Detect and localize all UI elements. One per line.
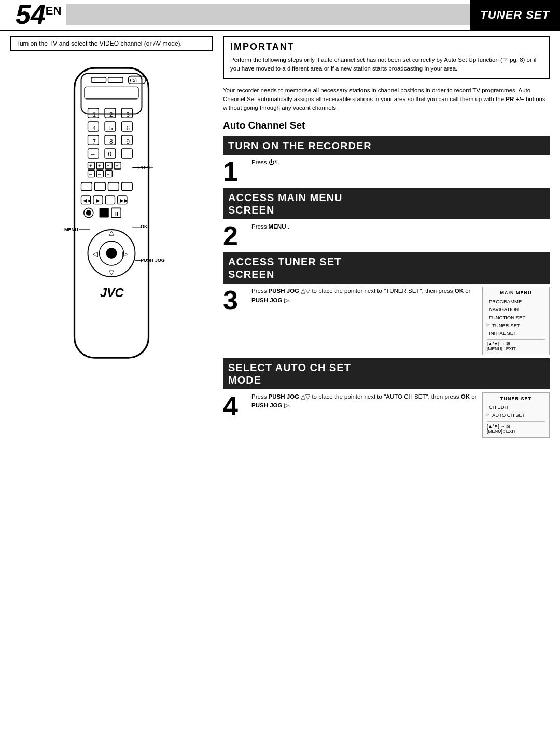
svg-text:8: 8 — [109, 138, 113, 145]
step-4-content: Press PUSH JOG △▽ to place the pointer n… — [251, 391, 550, 437]
svg-rect-29 — [122, 149, 133, 158]
svg-rect-48 — [108, 182, 119, 191]
section-title: TUNER SET — [470, 0, 560, 30]
step-1: TURN ON THE RECORDER 1 Press ⏻/I. — [223, 136, 550, 185]
step-4-title: SELECT AUTO CH SETMODE — [223, 359, 550, 388]
svg-rect-49 — [122, 182, 133, 191]
svg-text:⏻/I: ⏻/I — [130, 78, 137, 83]
left-column: Turn on the TV and select the VIDEO chan… — [0, 36, 218, 441]
step-2-number: 2 — [223, 221, 251, 249]
remote-control-image: ⏻/I 1 2 3 4 5 6 7 — [44, 61, 179, 412]
svg-text:◁: ◁ — [93, 250, 98, 258]
svg-text:–: – — [89, 172, 92, 177]
step-1-content: Press ⏻/I. — [251, 157, 550, 169]
svg-text:▶: ▶ — [96, 198, 100, 203]
svg-text:5: 5 — [109, 124, 113, 131]
step-1-desc: Press ⏻/I. — [251, 158, 550, 167]
step-4-menu-item-1: CH EDIT — [487, 403, 545, 411]
step-2-desc: Press MENU . — [251, 222, 550, 231]
step-4-block: SELECT AUTO CH SETMODE — [223, 358, 550, 389]
svg-text:0: 0 — [108, 150, 112, 157]
svg-text:⏸: ⏸ — [114, 210, 120, 217]
step-3-row: 3 Press PUSH JOG △▽ to place the pointer… — [223, 286, 550, 355]
step-4-inner: Press PUSH JOG △▽ to place the pointer n… — [251, 392, 550, 437]
svg-rect-54 — [105, 196, 115, 204]
svg-text:▶▶: ▶▶ — [120, 198, 128, 203]
svg-text:–: – — [91, 150, 95, 157]
step-3-menu-item-1: PROGRAMME NAVIGATION — [487, 298, 545, 313]
recorder-info: Your recorder needs to memorise all nece… — [223, 86, 550, 113]
step-1-row: 1 Press ⏻/I. — [223, 157, 550, 185]
step-1-title: TURN ON THE RECORDER — [223, 137, 550, 154]
step-1-number: 1 — [223, 157, 251, 185]
svg-text:PUSH JOG: PUSH JOG — [141, 258, 165, 263]
auto-channel-set-heading: Auto Channel Set — [223, 120, 550, 131]
svg-text:◀◀: ◀◀ — [83, 198, 91, 203]
svg-text:1: 1 — [93, 111, 96, 118]
svg-text:MENU: MENU — [64, 227, 78, 232]
svg-text:–: – — [98, 172, 101, 177]
step-3-inner: Press PUSH JOG △▽ to place the pointer n… — [251, 287, 550, 355]
step-4-menu-nav: [▲/▼] → ⊠[MENU] : EXIT — [487, 421, 545, 434]
step-2-title: ACCESS MAIN MENUSCREEN — [223, 189, 550, 218]
step-3-menu-item-2: FUNCTION SET — [487, 314, 545, 321]
svg-text:+: + — [98, 163, 101, 168]
svg-rect-46 — [81, 182, 92, 191]
svg-rect-6 — [85, 87, 138, 98]
step-3-menu-title: MAIN MENU — [487, 290, 545, 295]
step-2: ACCESS MAIN MENUSCREEN 2 Press MENU . — [223, 188, 550, 249]
main-content: Turn on the TV and select the VIDEO chan… — [0, 31, 560, 441]
step-4-menu-item-2-selected: AUTO CH SET — [487, 411, 545, 419]
step-3-menu-item-3-selected: TUNER SET — [487, 321, 545, 329]
step-3-number: 3 — [223, 286, 251, 314]
svg-text:4: 4 — [93, 124, 96, 131]
step-4-menu-title: TUNER SET — [487, 396, 545, 401]
svg-text:9: 9 — [127, 138, 130, 145]
step-3: ACCESS TUNER SETSCREEN 3 Press PUSH JOG … — [223, 252, 550, 355]
svg-rect-47 — [95, 182, 106, 191]
header-divider — [66, 4, 470, 25]
svg-text:+: + — [116, 163, 118, 168]
step-4: SELECT AUTO CH SETMODE 4 Press PUSH JOG … — [223, 358, 550, 437]
important-text: Perform the following steps only if auto… — [230, 55, 542, 74]
step-4-desc: Press PUSH JOG △▽ to place the pointer n… — [251, 392, 478, 411]
step-3-menu-box: MAIN MENU PROGRAMME NAVIGATION FUNCTION … — [482, 287, 550, 355]
step-2-row: 2 Press MENU . — [223, 221, 550, 249]
step-4-number: 4 — [223, 391, 251, 419]
svg-text:+: + — [89, 163, 92, 168]
svg-text:▷: ▷ — [122, 250, 128, 258]
step-3-menu-nav: [▲/▼] → ⊠[MENU] : EXIT — [487, 339, 545, 351]
step-4-menu-box: TUNER SET CH EDIT AUTO CH SET [▲/▼] → ⊠[… — [482, 392, 550, 437]
step-3-content: Press PUSH JOG △▽ to place the pointer n… — [251, 286, 550, 355]
svg-text:+: + — [107, 163, 109, 168]
svg-rect-5 — [108, 77, 123, 82]
svg-text:△: △ — [109, 229, 114, 236]
tv-note: Turn on the TV and select the VIDEO chan… — [10, 36, 213, 51]
svg-text:3: 3 — [127, 111, 130, 118]
step-2-block: ACCESS MAIN MENUSCREEN — [223, 188, 550, 219]
important-box: IMPORTANT Perform the following steps on… — [223, 36, 550, 79]
svg-point-70 — [106, 248, 117, 259]
step-1-block: TURN ON THE RECORDER — [223, 136, 550, 155]
svg-text:7: 7 — [93, 138, 96, 145]
right-column: IMPORTANT Perform the following steps on… — [218, 36, 560, 441]
important-title: IMPORTANT — [230, 41, 542, 52]
svg-text:▽: ▽ — [109, 269, 114, 276]
svg-text:2: 2 — [109, 111, 113, 118]
svg-rect-4 — [91, 77, 106, 82]
step-3-block: ACCESS TUNER SETSCREEN — [223, 252, 550, 284]
svg-text:6: 6 — [127, 124, 130, 131]
svg-text:–: – — [107, 172, 110, 177]
svg-text:JVC: JVC — [100, 286, 124, 300]
svg-point-58 — [86, 210, 91, 215]
svg-text:OK: OK — [141, 224, 148, 229]
page-number: 54EN — [0, 0, 66, 30]
page-header: 54EN TUNER SET — [0, 0, 560, 31]
step-2-content: Press MENU . — [251, 221, 550, 233]
remote-container: ⏻/I 1 2 3 4 5 6 7 — [10, 56, 213, 417]
bottom-padding — [0, 441, 560, 596]
step-3-title: ACCESS TUNER SETSCREEN — [223, 253, 550, 283]
step-3-menu-item-4: INITIAL SET — [487, 329, 545, 337]
step-3-desc: Press PUSH JOG △▽ to place the pointer n… — [251, 287, 478, 305]
svg-rect-59 — [100, 208, 109, 217]
